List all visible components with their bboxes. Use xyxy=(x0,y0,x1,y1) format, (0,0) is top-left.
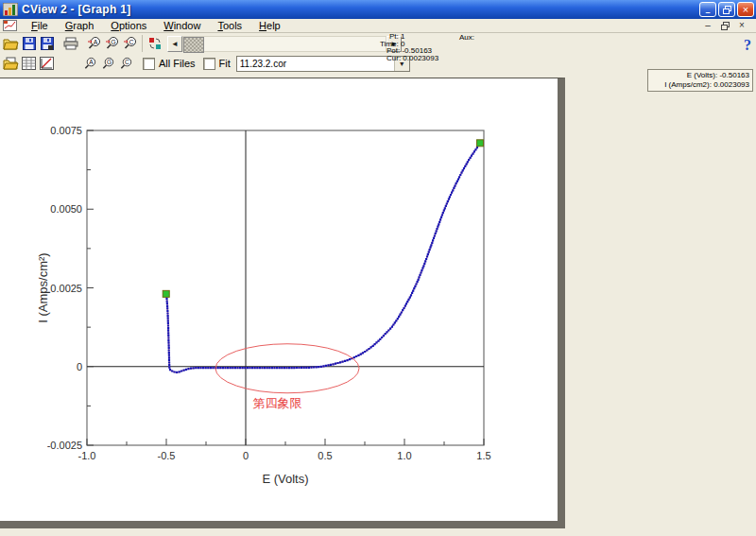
minimize-icon: – xyxy=(705,10,710,14)
restore-icon xyxy=(723,6,731,14)
child-close-button[interactable]: × xyxy=(735,20,748,31)
all-files-checkbox-box[interactable] xyxy=(143,58,155,70)
readout-e: E (Volts): -0.50163 xyxy=(651,71,749,80)
svg-text:C: C xyxy=(129,39,133,45)
svg-text:0.0050: 0.0050 xyxy=(50,203,82,215)
zoom-out-cursor-button[interactable]: C xyxy=(117,55,135,73)
floppy-disk-icon xyxy=(23,37,36,50)
fit-checkbox[interactable]: Fit xyxy=(203,58,231,70)
svg-text:A: A xyxy=(93,39,97,45)
open-folder-icon xyxy=(3,37,19,50)
save-button[interactable] xyxy=(20,35,38,53)
magnifier-g-icon: G xyxy=(101,57,115,71)
svg-text:I (Amps/cm²): I (Amps/cm²) xyxy=(36,252,50,322)
save-as-button[interactable] xyxy=(38,35,56,53)
svg-text:第四象限: 第四象限 xyxy=(253,396,302,410)
svg-text:A: A xyxy=(89,59,94,65)
scrollbar-thumb[interactable] xyxy=(183,37,204,53)
svg-text:-0.0025: -0.0025 xyxy=(47,440,82,451)
menu-bar: File Graph Options Window Tools Help – × xyxy=(0,19,756,33)
graph-child-window: -1.0-0.500.51.01.5-0.002500.00250.00500.… xyxy=(0,78,565,528)
swap-axes-button[interactable] xyxy=(146,35,163,53)
svg-text:-0.5: -0.5 xyxy=(158,450,176,461)
minimize-button[interactable]: – xyxy=(699,2,716,17)
zoom-in-graph-button[interactable]: G xyxy=(103,35,121,53)
point-scrollbar[interactable]: ◄ ► xyxy=(167,36,402,52)
print-button[interactable] xyxy=(61,35,79,53)
svg-text:1.5: 1.5 xyxy=(476,450,490,461)
show-graph-button[interactable] xyxy=(38,55,56,73)
status-cur: Cur: 0.0023093 xyxy=(380,55,465,62)
magnifier-g-arrow-icon: G xyxy=(105,36,120,51)
magnifier-a-arrow-icon: A xyxy=(87,36,102,51)
restore-button[interactable] xyxy=(718,2,735,17)
svg-text:0.5: 0.5 xyxy=(318,450,332,461)
close-icon: × xyxy=(743,4,748,15)
app-window: CView 2 - [Graph 1] – × File Graph Opti xyxy=(0,0,756,536)
folder-page-icon xyxy=(3,57,19,70)
mdi-workspace: -1.0-0.500.51.01.5-0.002500.00250.00500.… xyxy=(0,76,756,536)
menu-window[interactable]: Window xyxy=(155,19,209,32)
child-restore-icon xyxy=(721,22,730,30)
polarization-chart[interactable]: -1.0-0.500.51.01.5-0.002500.00250.00500.… xyxy=(0,78,558,521)
window-title: CView 2 - [Graph 1] xyxy=(22,3,131,16)
printer-icon xyxy=(63,37,78,50)
open-file-button[interactable] xyxy=(2,35,20,53)
zoom-in-all-button[interactable]: A xyxy=(85,35,103,53)
svg-text:G: G xyxy=(107,59,112,65)
point-status-readout: Pt: 1 Time: 0 Pot: -0.50163 Cur: 0.00230… xyxy=(380,33,465,61)
child-restore-button[interactable] xyxy=(718,20,731,31)
line-chart-icon xyxy=(40,57,54,70)
menu-help[interactable]: Help xyxy=(250,19,289,32)
zoom-out-graph-button[interactable]: G xyxy=(99,55,117,73)
magnifier-a-icon: A xyxy=(83,57,97,71)
toolbar: A G C xyxy=(0,33,756,77)
all-files-checkbox[interactable]: All Files xyxy=(143,58,196,70)
svg-text:0: 0 xyxy=(77,361,82,372)
data-table-button[interactable] xyxy=(20,55,38,73)
svg-text:C: C xyxy=(125,59,129,65)
open-data-set-button[interactable] xyxy=(2,55,20,73)
child-minimize-button[interactable]: – xyxy=(701,20,714,31)
graph-document-icon xyxy=(3,20,17,31)
help-button[interactable]: ? xyxy=(744,37,751,54)
svg-text:1.0: 1.0 xyxy=(397,450,411,461)
cursor-readout-box: E (Volts): -0.50163 I (Amps/cm2): 0.0023… xyxy=(647,69,753,92)
app-icon xyxy=(3,3,18,16)
svg-text:0.0025: 0.0025 xyxy=(50,283,82,294)
fit-checkbox-box[interactable] xyxy=(203,58,215,70)
scroll-left-button[interactable]: ◄ xyxy=(167,36,182,52)
status-aux: Aux: xyxy=(459,33,474,42)
menu-graph[interactable]: Graph xyxy=(57,19,103,32)
fit-label: Fit xyxy=(219,58,231,69)
zoom-in-cursor-button[interactable]: C xyxy=(121,35,139,53)
scrollbar-track[interactable] xyxy=(182,36,387,52)
readout-i: I (Amps/cm2): 0.0023093 xyxy=(651,80,749,90)
title-bar: CView 2 - [Graph 1] – × xyxy=(0,0,756,19)
scroll-left-icon: ◄ xyxy=(171,40,179,48)
table-grid-icon xyxy=(22,57,36,70)
swap-arrows-icon xyxy=(147,36,163,51)
floppy-disk-save-as-icon xyxy=(41,37,54,50)
svg-text:0.0075: 0.0075 xyxy=(50,125,82,136)
svg-text:E (Volts): E (Volts) xyxy=(262,472,308,486)
svg-text:-1.0: -1.0 xyxy=(78,450,96,461)
data-file-value: 11.23.2.cor xyxy=(237,59,394,69)
svg-text:0: 0 xyxy=(243,450,249,461)
menu-file[interactable]: File xyxy=(23,19,57,32)
all-files-label: All Files xyxy=(159,58,196,69)
zoom-out-all-button[interactable]: A xyxy=(81,55,99,73)
magnifier-c-icon: C xyxy=(119,57,133,71)
menu-options[interactable]: Options xyxy=(102,19,155,32)
close-button[interactable]: × xyxy=(737,2,754,17)
magnifier-c-arrow-icon: C xyxy=(123,36,138,51)
svg-text:G: G xyxy=(111,39,115,45)
menu-tools[interactable]: Tools xyxy=(209,19,250,32)
